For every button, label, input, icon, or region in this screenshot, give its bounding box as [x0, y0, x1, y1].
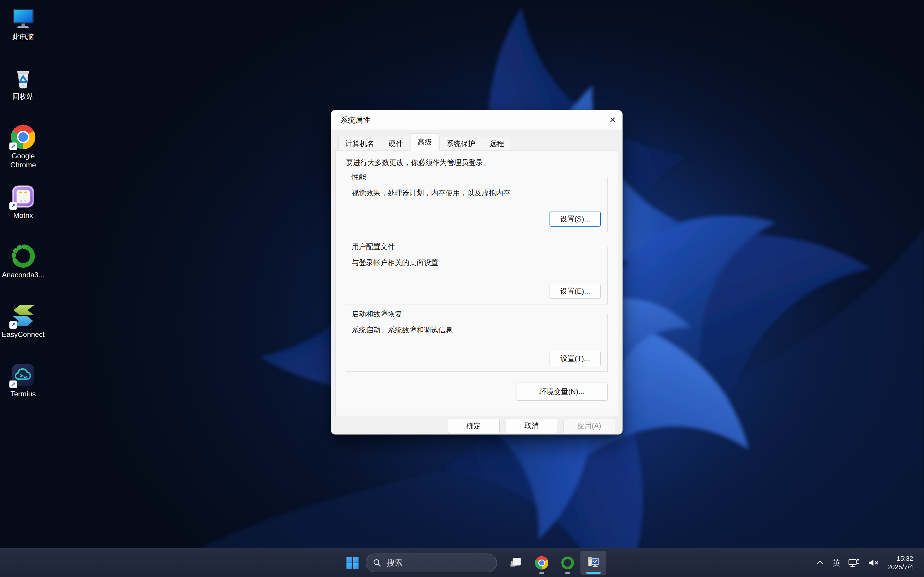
desktop-icon-this-pc[interactable]: 此电脑: [1, 5, 46, 42]
dialog-title: 系统属性: [340, 115, 370, 125]
dialog-titlebar[interactable]: 系统属性 ✕: [331, 110, 622, 129]
taskbar-app-anaconda[interactable]: [555, 551, 580, 575]
performance-groupbox: 性能 视觉效果，处理器计划，内存使用，以及虚拟内存 设置(S)...: [346, 177, 607, 232]
search-input[interactable]: [386, 558, 494, 568]
taskbar-apps: [503, 551, 606, 575]
chrome-icon: [535, 556, 549, 570]
recycle-bin-icon: [10, 64, 36, 91]
taskbar-app-task-view[interactable]: [503, 551, 529, 575]
anaconda-icon: [10, 243, 36, 269]
performance-group-description: 视觉效果，处理器计划，内存使用，以及虚拟内存: [352, 188, 510, 198]
user-profiles-group-description: 与登录帐户相关的桌面设置: [352, 258, 438, 268]
network-icon[interactable]: [848, 558, 860, 568]
shortcut-arrow-icon: ↗: [9, 142, 17, 150]
taskbar-clock[interactable]: 15:32 2025/7/4: [887, 554, 913, 571]
taskbar-app-system-properties[interactable]: [580, 551, 606, 575]
speaker-mute-icon: [868, 558, 879, 568]
admin-note-text: 要进行大多数更改，你必须作为管理员登录。: [346, 158, 490, 168]
anaconda-icon: [561, 556, 575, 570]
chevron-up-icon: [816, 558, 824, 567]
taskbar-search[interactable]: [366, 554, 497, 572]
desktop-icon-label: Google Chrome: [1, 152, 45, 169]
user-profiles-settings-button[interactable]: 设置(E)...: [549, 284, 601, 299]
taskbar-app-google-chrome[interactable]: [529, 551, 555, 575]
ethernet-monitor-icon: [848, 558, 860, 568]
user-profiles-groupbox: 用户配置文件 与登录帐户相关的桌面设置 设置(E)...: [346, 247, 607, 305]
system-properties-icon: [586, 556, 601, 570]
performance-settings-button[interactable]: 设置(S)...: [549, 211, 601, 227]
desktop-icon-anaconda[interactable]: Anaconda3...: [1, 243, 46, 279]
desktop-icon-label: 回收站: [12, 92, 34, 101]
tab-system-protection[interactable]: 系统保护: [439, 137, 482, 151]
tab-computer-name[interactable]: 计算机名: [338, 137, 381, 151]
tab-remote[interactable]: 远程: [483, 137, 511, 151]
taskbar: 英 15:32 2025/7/4: [0, 548, 924, 577]
shortcut-arrow-icon: ↗: [9, 321, 17, 329]
shortcut-arrow-icon: ↗: [9, 202, 17, 210]
desktop-icon-label: Termius: [11, 390, 36, 398]
running-indicator: [565, 572, 570, 574]
tray-chevron-up-button[interactable]: [816, 558, 824, 567]
clock-time: 15:32: [887, 554, 913, 563]
desktop-icon-recycle-bin[interactable]: 回收站: [1, 64, 46, 101]
running-indicator: [539, 572, 544, 574]
system-properties-dialog: 系统属性 ✕ 计算机名 硬件 高级 系统保护 远程 要进行大多数更改，你必须作为…: [331, 110, 623, 435]
desktop-icon-label: Anaconda3...: [2, 271, 44, 279]
volume-muted-icon[interactable]: [868, 558, 879, 568]
windows-logo-icon: [346, 556, 359, 570]
desktop-icon-label: Motrix: [13, 211, 33, 220]
advanced-tab-page: 要进行大多数更改，你必须作为管理员登录。 性能 视觉效果，处理器计划，内存使用，…: [335, 150, 618, 416]
desktop-icon-motrix[interactable]: m-o ↗ Motrix: [1, 183, 46, 220]
search-icon: [373, 558, 382, 567]
dialog-footer: 确定 取消 应用(A): [331, 419, 622, 433]
close-button[interactable]: ✕: [607, 114, 619, 126]
environment-variables-button[interactable]: 环境变量(N)...: [516, 382, 607, 401]
system-tray: 英 15:32 2025/7/4: [816, 548, 924, 577]
performance-group-title: 性能: [349, 172, 368, 182]
this-pc-icon: [10, 5, 36, 31]
svg-text:m-o: m-o: [20, 199, 26, 203]
desktop-icon-label: 此电脑: [12, 32, 34, 42]
tab-advanced[interactable]: 高级: [410, 134, 439, 151]
window-stack-icon: [509, 556, 523, 570]
startup-recovery-settings-button[interactable]: 设置(T)...: [549, 351, 601, 366]
desktop-icon-label: EasyConnect: [2, 330, 45, 339]
tab-hardware[interactable]: 硬件: [382, 137, 410, 151]
apply-button[interactable]: 应用(A): [563, 419, 615, 433]
cancel-button[interactable]: 取消: [506, 419, 557, 433]
shortcut-arrow-icon: ↗: [9, 380, 17, 388]
startup-recovery-group-title: 启动和故障恢复: [349, 309, 405, 319]
desktop-icon-google-chrome[interactable]: ↗ Google Chrome: [1, 124, 46, 169]
ok-button[interactable]: 确定: [448, 419, 499, 433]
startup-recovery-group-description: 系统启动、系统故障和调试信息: [352, 325, 453, 335]
desktop-icon-easyconnect[interactable]: ↗ EasyConnect: [1, 302, 46, 339]
desktop-icon-termius[interactable]: ↗ Termius: [1, 362, 46, 398]
dialog-tabstrip: 计算机名 硬件 高级 系统保护 远程: [335, 134, 618, 151]
user-profiles-group-title: 用户配置文件: [349, 242, 397, 251]
startup-recovery-groupbox: 启动和故障恢复 系统启动、系统故障和调试信息 设置(T)...: [346, 314, 607, 372]
active-indicator: [586, 572, 601, 574]
start-button[interactable]: [345, 555, 360, 571]
ime-indicator[interactable]: 英: [832, 558, 840, 568]
clock-date: 2025/7/4: [887, 563, 913, 571]
